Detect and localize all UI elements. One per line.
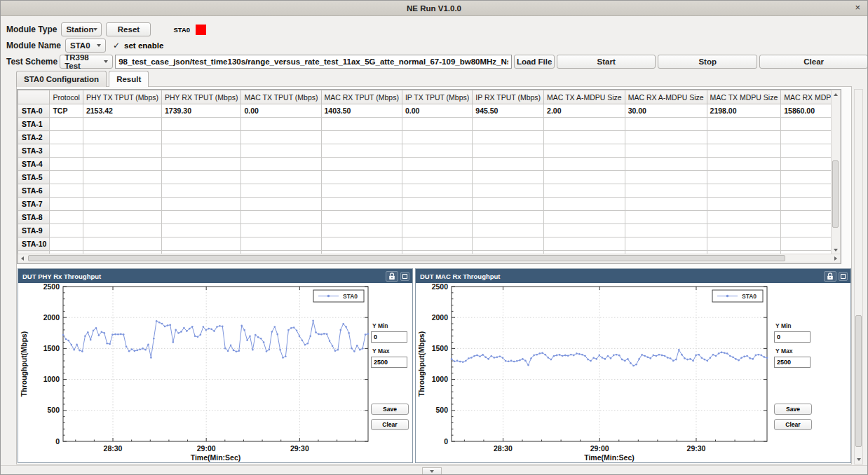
table-cell[interactable]: 0.00 — [402, 104, 472, 118]
table-cell[interactable] — [241, 158, 321, 171]
table-cell[interactable] — [83, 131, 161, 144]
table-cell[interactable] — [241, 211, 321, 224]
table-cell[interactable]: 2198.00 — [707, 104, 781, 118]
table-cell[interactable]: 15860.00 — [781, 104, 832, 118]
table-cell[interactable]: 945.50 — [473, 104, 544, 118]
save-button[interactable]: Save — [774, 404, 812, 415]
table-cell[interactable] — [707, 131, 781, 144]
table-cell[interactable] — [544, 224, 625, 238]
table-cell[interactable] — [625, 238, 707, 251]
table-cell[interactable] — [402, 198, 472, 211]
table-cell[interactable] — [162, 118, 241, 131]
row-header[interactable]: STA-5 — [18, 171, 50, 184]
restore-icon[interactable] — [400, 272, 409, 281]
table-cell[interactable] — [241, 198, 321, 211]
table-cell[interactable] — [625, 198, 707, 211]
table-cell[interactable] — [707, 238, 781, 251]
table-cell[interactable] — [473, 158, 544, 171]
table-cell[interactable] — [625, 131, 707, 144]
load-file-button[interactable]: Load File — [514, 55, 555, 69]
table-cell[interactable] — [162, 224, 241, 238]
table-cell[interactable] — [162, 238, 241, 251]
table-cell[interactable]: 30.00 — [625, 104, 707, 118]
table-cell[interactable] — [625, 224, 707, 238]
table-cell[interactable] — [241, 131, 321, 144]
table-cell[interactable] — [625, 158, 707, 171]
lock-icon[interactable] — [824, 271, 836, 282]
table-cell[interactable] — [473, 198, 544, 211]
table-cell[interactable] — [162, 144, 241, 158]
row-header[interactable]: STA-6 — [18, 184, 50, 198]
table-cell[interactable] — [625, 211, 707, 224]
table-cell[interactable] — [402, 171, 472, 184]
table-cell[interactable] — [321, 131, 402, 144]
row-header[interactable]: STA-9 — [18, 224, 50, 238]
table-cell[interactable] — [544, 171, 625, 184]
table-vertical-scrollbar[interactable] — [831, 90, 841, 255]
table-cell[interactable] — [241, 238, 321, 251]
table-cell[interactable] — [781, 158, 832, 171]
column-header[interactable]: MAC TX A-MDPU Size — [544, 90, 625, 104]
table-cell[interactable] — [402, 131, 472, 144]
save-button[interactable]: Save — [371, 404, 409, 415]
scroll-up-icon[interactable] — [834, 93, 838, 96]
table-cell[interactable] — [83, 211, 161, 224]
row-header[interactable]: STA-8 — [18, 211, 50, 224]
table-cell[interactable] — [241, 144, 321, 158]
tab-result[interactable]: Result — [109, 71, 149, 87]
table-hscroll-thumb[interactable] — [28, 255, 785, 261]
table-cell[interactable] — [50, 118, 83, 131]
lock-icon[interactable] — [386, 271, 398, 282]
table-cell[interactable] — [83, 184, 161, 198]
table-cell[interactable] — [50, 131, 83, 144]
table-cell[interactable] — [544, 118, 625, 131]
clear-button[interactable]: Clear — [371, 419, 409, 430]
table-cell[interactable] — [321, 238, 402, 251]
column-header[interactable]: MAC TX TPUT (Mbps) — [241, 90, 321, 104]
table-cell[interactable] — [321, 224, 402, 238]
column-header[interactable]: MAC RX TPUT (Mbps) — [321, 90, 402, 104]
table-cell[interactable] — [162, 131, 241, 144]
scroll-right-icon[interactable] — [834, 256, 837, 261]
table-cell[interactable] — [50, 238, 83, 251]
module-name-dropdown[interactable]: STA0 — [65, 39, 106, 53]
main-vertical-scrollbar[interactable] — [854, 89, 863, 464]
table-cell[interactable] — [162, 198, 241, 211]
table-cell[interactable] — [544, 238, 625, 251]
table-cell[interactable] — [625, 118, 707, 131]
table-cell[interactable] — [402, 211, 472, 224]
table-cell[interactable]: TCP — [50, 104, 83, 118]
table-cell[interactable] — [781, 144, 832, 158]
row-header[interactable]: STA-0 — [18, 104, 50, 118]
column-header[interactable]: IP RX TPUT (Mbps) — [473, 90, 544, 104]
table-cell[interactable] — [707, 171, 781, 184]
main-vscroll-thumb[interactable] — [855, 315, 862, 447]
table-cell[interactable] — [473, 211, 544, 224]
table-cell[interactable] — [707, 118, 781, 131]
table-cell[interactable] — [707, 158, 781, 171]
y-min-input[interactable] — [774, 331, 811, 343]
table-cell[interactable] — [707, 184, 781, 198]
column-header[interactable]: IP TX TPUT (Mbps) — [402, 90, 472, 104]
clear-button[interactable]: Clear — [759, 55, 868, 69]
y-max-input[interactable] — [371, 357, 407, 368]
row-header[interactable]: STA-1 — [18, 118, 50, 131]
table-cell[interactable]: 2.00 — [544, 104, 625, 118]
y-min-input[interactable] — [371, 331, 407, 343]
table-cell[interactable] — [50, 184, 83, 198]
table-cell[interactable] — [707, 198, 781, 211]
close-icon[interactable]: × — [855, 2, 860, 13]
table-cell[interactable] — [544, 158, 625, 171]
table-cell[interactable] — [50, 224, 83, 238]
table-cell[interactable] — [781, 118, 832, 131]
table-cell[interactable] — [781, 198, 832, 211]
table-cell[interactable] — [321, 211, 402, 224]
column-header[interactable]: MAC RX MDPU Size — [781, 90, 832, 104]
table-cell[interactable] — [781, 171, 832, 184]
scroll-down-icon[interactable] — [834, 249, 838, 252]
table-cell[interactable] — [544, 184, 625, 198]
module-type-dropdown[interactable]: Station — [61, 22, 102, 36]
table-cell[interactable] — [50, 144, 83, 158]
table-cell[interactable] — [402, 118, 472, 131]
column-header[interactable]: PHY TX TPUT (Mbps) — [83, 90, 161, 104]
